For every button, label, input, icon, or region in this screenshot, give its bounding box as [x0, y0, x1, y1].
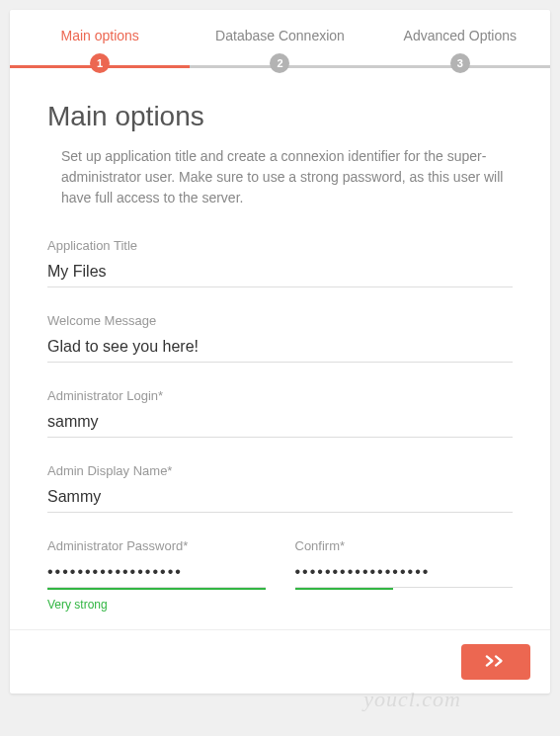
field-administrator-password: Administrator Password* Very strong [47, 538, 266, 612]
application-title-input[interactable] [47, 259, 513, 287]
field-label: Admin Display Name* [47, 463, 513, 478]
step-label: Advanced Options [370, 28, 550, 43]
administrator-login-input[interactable] [47, 409, 513, 438]
content: Main options Set up application title an… [10, 73, 550, 629]
password-strength-label: Very strong [47, 598, 266, 612]
field-label: Administrator Password* [47, 538, 266, 553]
step-label: Main options [10, 28, 190, 43]
admin-display-name-input[interactable] [47, 484, 513, 513]
step-circle: 2 [270, 53, 289, 73]
wizard-container: Main options 1 Database Connexion 2 Adva… [10, 10, 550, 694]
stepper: Main options 1 Database Connexion 2 Adva… [10, 10, 550, 73]
field-application-title: Application Title [47, 238, 513, 287]
footer [10, 629, 550, 694]
step-circle: 1 [90, 53, 110, 73]
step-label: Database Connexion [190, 28, 369, 43]
administrator-password-input[interactable] [47, 559, 266, 588]
field-admin-display-name: Admin Display Name* [47, 463, 513, 513]
welcome-message-input[interactable] [47, 334, 513, 363]
field-administrator-login: Administrator Login* [47, 388, 513, 438]
field-label: Administrator Login* [47, 388, 513, 403]
chevron-right-double-icon [485, 654, 507, 671]
page-description: Set up application title and create a co… [47, 146, 513, 208]
confirm-password-input[interactable] [295, 559, 514, 588]
field-label: Confirm* [295, 538, 514, 553]
page-title: Main options [47, 101, 513, 132]
field-label: Welcome Message [47, 313, 513, 328]
step-database-connexion[interactable]: Database Connexion 2 [190, 28, 369, 73]
next-button[interactable] [461, 644, 530, 680]
password-row: Administrator Password* Very strong Conf… [47, 538, 513, 612]
field-welcome-message: Welcome Message [47, 313, 513, 363]
step-circle: 3 [450, 53, 470, 73]
field-confirm-password: Confirm* [295, 538, 514, 612]
step-advanced-options[interactable]: Advanced Options 3 [370, 28, 550, 73]
field-label: Application Title [47, 238, 513, 253]
